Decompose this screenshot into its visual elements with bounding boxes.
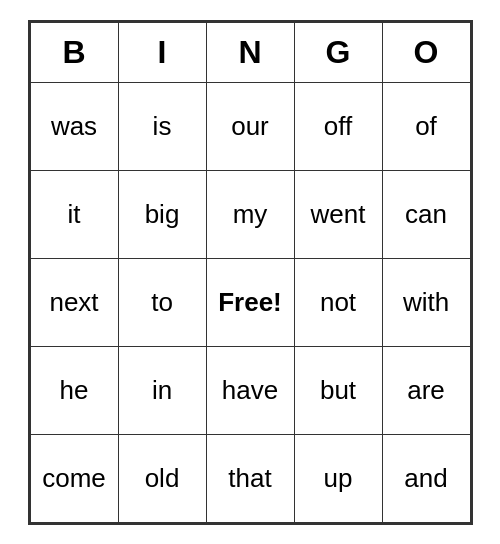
header-b: B [30, 22, 118, 82]
cell-r0-c4: of [382, 82, 470, 170]
cell-r2-c0: next [30, 258, 118, 346]
cell-r4-c3: up [294, 434, 382, 522]
cell-r4-c4: and [382, 434, 470, 522]
table-row: heinhavebutare [30, 346, 470, 434]
header-i: I [118, 22, 206, 82]
table-row: comeoldthatupand [30, 434, 470, 522]
cell-r3-c4: are [382, 346, 470, 434]
cell-r3-c0: he [30, 346, 118, 434]
cell-r1-c4: can [382, 170, 470, 258]
cell-r4-c2: that [206, 434, 294, 522]
cell-r3-c3: but [294, 346, 382, 434]
cell-r4-c0: come [30, 434, 118, 522]
table-row: wasisouroffof [30, 82, 470, 170]
bingo-card: B I N G O wasisouroffofitbigmywentcannex… [28, 20, 473, 525]
cell-r0-c0: was [30, 82, 118, 170]
header-row: B I N G O [30, 22, 470, 82]
cell-r2-c2: Free! [206, 258, 294, 346]
bingo-table: B I N G O wasisouroffofitbigmywentcannex… [30, 22, 471, 523]
cell-r1-c2: my [206, 170, 294, 258]
cell-r2-c3: not [294, 258, 382, 346]
cell-r1-c3: went [294, 170, 382, 258]
cell-r1-c1: big [118, 170, 206, 258]
cell-r4-c1: old [118, 434, 206, 522]
cell-r2-c1: to [118, 258, 206, 346]
table-row: nexttoFree!notwith [30, 258, 470, 346]
cell-r1-c0: it [30, 170, 118, 258]
header-n: N [206, 22, 294, 82]
cell-r0-c1: is [118, 82, 206, 170]
cell-r0-c3: off [294, 82, 382, 170]
cell-r3-c1: in [118, 346, 206, 434]
cell-r2-c4: with [382, 258, 470, 346]
cell-r0-c2: our [206, 82, 294, 170]
table-row: itbigmywentcan [30, 170, 470, 258]
bingo-body: wasisouroffofitbigmywentcannexttoFree!no… [30, 82, 470, 522]
header-g: G [294, 22, 382, 82]
header-o: O [382, 22, 470, 82]
cell-r3-c2: have [206, 346, 294, 434]
